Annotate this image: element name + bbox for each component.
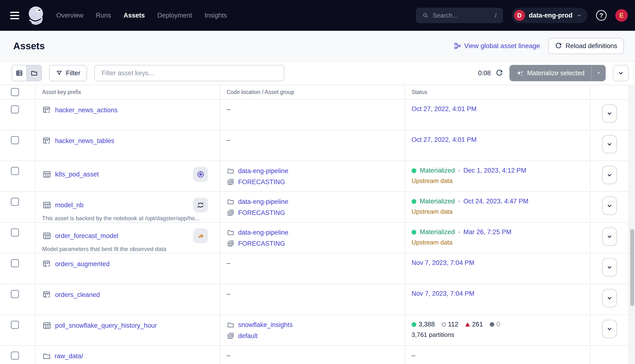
materialization-date-link[interactable]: Oct 27, 2022, 4:01 PM <box>412 136 476 144</box>
materialization-date-link[interactable]: Dec 1, 2023, 4:12 PM <box>463 167 526 174</box>
folder-sm-icon <box>227 228 235 236</box>
upstream-data-label: Upstream data <box>412 208 590 216</box>
materialized-dot <box>412 199 416 204</box>
expand-row-button[interactable] <box>602 258 617 276</box>
nav-item-overview[interactable]: Overview <box>56 12 84 19</box>
code-location-link[interactable]: snowflake_insights <box>238 321 293 329</box>
asset-key-link[interactable]: orders_augmented <box>55 260 110 268</box>
asset-prefix-icon <box>42 290 52 300</box>
empty-value: – <box>227 105 230 113</box>
expand-row-button[interactable] <box>602 197 617 215</box>
empty-value: – <box>227 136 230 144</box>
select-all-checkbox[interactable] <box>11 88 19 96</box>
expand-row-button[interactable] <box>602 228 617 246</box>
filter-button[interactable]: Filter <box>49 65 87 81</box>
compute-kind-badge <box>193 167 208 182</box>
refresh-icon[interactable] <box>495 69 503 77</box>
partitions-total: 3,761 partitions <box>412 331 590 338</box>
menu-icon[interactable] <box>10 12 19 19</box>
expand-row-button[interactable] <box>602 135 617 154</box>
empty-value: – <box>227 352 230 359</box>
filter-label: Filter <box>66 70 80 77</box>
row-checkbox[interactable] <box>11 352 19 360</box>
row-checkbox[interactable] <box>11 259 19 267</box>
materialization-date-link[interactable]: Mar 26, 7:25 PM <box>463 228 512 236</box>
partition-count: 112 <box>442 321 458 328</box>
row-checkbox[interactable] <box>11 321 19 329</box>
expand-row-button[interactable] <box>602 166 617 184</box>
code-location-link[interactable]: data-eng-pipeline <box>238 229 288 236</box>
expand-row-button[interactable] <box>602 320 617 338</box>
partition-count: 3,388 <box>412 321 435 328</box>
nav-item-deployment[interactable]: Deployment <box>157 12 192 19</box>
group-icon <box>227 178 235 186</box>
column-header-status: Status <box>412 89 427 96</box>
table-row: orders_cleaned–Nov 7, 2023, 7:04 PM <box>0 284 635 315</box>
asset-key-link[interactable]: order_forecast_model <box>55 232 118 240</box>
table-row: order_forecast_modelModel parameters tha… <box>0 223 635 254</box>
asset-key-link[interactable]: k8s_pod_asset <box>55 171 99 178</box>
asset-key-link[interactable]: orders_cleaned <box>55 291 100 298</box>
row-checkbox[interactable] <box>11 228 19 236</box>
code-location-link[interactable]: data-eng-pipeline <box>238 198 288 206</box>
top-nav: OverviewRunsAssetsDeploymentInsights Sea… <box>0 0 635 31</box>
plot-icon <box>196 232 205 240</box>
table-row: k8s_pod_assetdata-eng-pipelineFORECASTIN… <box>0 161 635 192</box>
asset-key-link[interactable]: hacker_news_actions <box>55 106 118 114</box>
partition-count: 261 <box>465 321 483 328</box>
help-icon[interactable]: ? <box>596 10 607 21</box>
nav-item-runs[interactable]: Runs <box>96 12 111 19</box>
compute-kind-badge <box>193 198 208 212</box>
expand-row-button[interactable] <box>602 104 617 122</box>
global-search-input[interactable]: Search... / <box>416 8 503 23</box>
nav-item-insights[interactable]: Insights <box>204 12 227 19</box>
folder-view-button[interactable] <box>27 66 41 81</box>
asset-group-link[interactable]: FORECASTING <box>238 178 285 186</box>
asset-key-link[interactable]: raw_data/ <box>55 352 83 360</box>
user-avatar[interactable]: E <box>615 9 628 22</box>
folder-sm-icon <box>227 321 235 329</box>
row-checkbox[interactable] <box>11 105 19 114</box>
reload-definitions-button[interactable]: Reload definitions <box>548 38 624 54</box>
materialization-date-link[interactable]: Nov 7, 2023, 7:04 PM <box>412 290 474 298</box>
asset-prefix-icon <box>42 105 52 115</box>
filter-asset-keys-input[interactable] <box>94 65 284 81</box>
more-actions-button[interactable] <box>613 65 629 81</box>
materialized-label: Materialized <box>420 167 455 174</box>
table-header-row: Asset key prefix Code location / Asset g… <box>0 85 635 100</box>
row-checkbox[interactable] <box>11 290 19 298</box>
asset-key-link[interactable]: hacker_news_tables <box>55 137 114 145</box>
materialization-date-link[interactable]: Nov 7, 2023, 7:04 PM <box>412 259 474 267</box>
upstream-data-label: Upstream data <box>412 177 590 185</box>
flat-view-button[interactable] <box>12 66 27 81</box>
row-checkbox[interactable] <box>11 136 19 144</box>
asset-group-link[interactable]: FORECASTING <box>238 209 285 216</box>
view-global-asset-lineage-link[interactable]: View global asset lineage <box>454 42 540 50</box>
folder-sm-icon <box>227 167 235 175</box>
row-checkbox[interactable] <box>11 167 19 175</box>
refresh-countdown: 0:08 <box>478 70 491 77</box>
materialize-options-button[interactable] <box>591 65 606 81</box>
asset-group-link[interactable]: FORECASTING <box>238 240 285 248</box>
asset-key-link[interactable]: poll_snowflake_query_history_hour <box>55 322 157 330</box>
materialization-date-link[interactable]: Oct 27, 2022, 4:01 PM <box>412 105 476 113</box>
scrollbar[interactable] <box>628 85 635 364</box>
deployment-badge: D <box>514 10 525 21</box>
compute-kind-badge <box>193 228 208 243</box>
expand-row-button[interactable] <box>602 289 617 307</box>
code-location-link[interactable]: data-eng-pipeline <box>238 167 288 175</box>
nav-item-assets[interactable]: Assets <box>124 12 145 19</box>
asset-group-link[interactable]: default <box>238 332 258 340</box>
row-checkbox[interactable] <box>11 198 19 206</box>
table-row: poll_snowflake_query_history_hoursnowfla… <box>0 315 635 346</box>
reload-label: Reload definitions <box>565 42 617 50</box>
dagster-logo-icon[interactable] <box>26 4 48 26</box>
materialize-label: Materialize selected <box>527 70 584 77</box>
triangle-red-marker <box>465 322 470 326</box>
scrollbar-thumb[interactable] <box>630 229 634 306</box>
deployment-switcher[interactable]: D data-eng-prod <box>512 8 588 23</box>
materialization-date-link[interactable]: Oct 24, 2023, 4:47 PM <box>463 198 528 205</box>
asset-key-link[interactable]: model_nb <box>55 202 84 209</box>
materialize-selected-button[interactable]: Materialize selected <box>509 65 606 81</box>
column-header-location: Code location / Asset group <box>227 89 294 96</box>
